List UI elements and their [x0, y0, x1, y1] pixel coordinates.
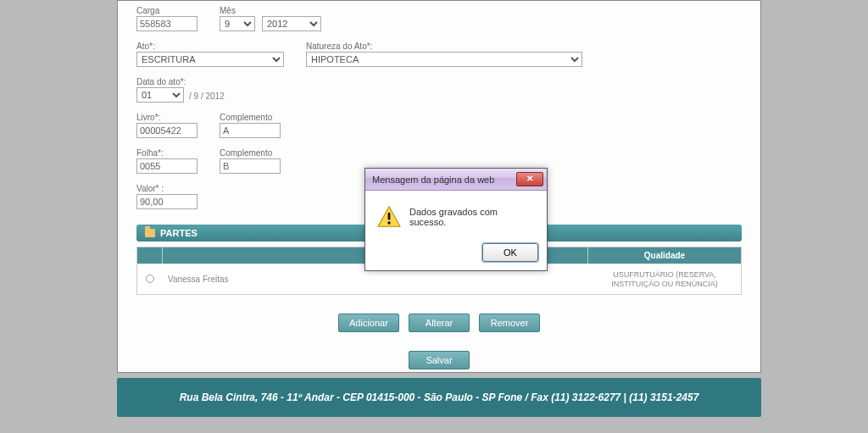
- grid-col-qualidade: Qualidade: [588, 247, 741, 264]
- input-comp-folha[interactable]: [220, 158, 281, 174]
- btn-alterar[interactable]: Alterar: [409, 314, 470, 332]
- input-valor[interactable]: [136, 194, 198, 209]
- dialog-ok-button[interactable]: OK: [482, 243, 538, 262]
- folder-icon: [145, 229, 155, 237]
- alert-dialog: Mensagem da página da web ✕ Dados gravad…: [364, 168, 548, 271]
- warning-icon: [377, 206, 401, 228]
- date-trail: / 9 / 2012: [189, 92, 225, 103]
- row-nome: Vanessa Freitas: [163, 271, 588, 287]
- dialog-close-button[interactable]: ✕: [516, 172, 543, 186]
- select-ano[interactable]: 2012: [262, 16, 321, 31]
- select-mes[interactable]: 9: [220, 16, 255, 31]
- label-folha: Folha*:: [136, 148, 198, 158]
- select-natureza[interactable]: HIPOTECA: [306, 52, 582, 67]
- row-radio[interactable]: [146, 275, 154, 283]
- btn-adicionar[interactable]: Adicionar: [338, 314, 399, 332]
- label-mes: Mês: [220, 6, 321, 15]
- label-valor: Valor* :: [136, 184, 198, 193]
- svg-rect-1: [388, 213, 391, 220]
- dialog-message: Dados gravados com sucesso.: [409, 207, 537, 227]
- row-qualidade: USUFRUTUÁRIO (RESERVA, INSTITUIÇÃO OU RE…: [588, 267, 741, 292]
- grid-col-select: [137, 247, 163, 264]
- input-folha[interactable]: [136, 158, 198, 174]
- label-comp-folha: Complemento: [220, 148, 281, 158]
- label-natureza: Natureza do Ato*:: [306, 42, 582, 51]
- input-livro[interactable]: [136, 123, 198, 138]
- dialog-title: Mensagem da página da web: [372, 175, 494, 185]
- label-carga: Carga: [136, 6, 198, 15]
- input-comp-livro[interactable]: [220, 123, 281, 138]
- page-footer: Rua Bela Cintra, 746 - 11º Andar - CEP 0…: [117, 378, 761, 417]
- btn-salvar[interactable]: Salvar: [409, 351, 470, 369]
- select-ato[interactable]: ESCRITURA: [136, 52, 284, 67]
- svg-point-2: [387, 221, 390, 224]
- label-comp-livro: Complemento: [220, 113, 281, 122]
- label-livro: Livro*:: [136, 113, 198, 122]
- btn-remover[interactable]: Remover: [479, 314, 540, 332]
- label-data-ato: Data do ato*:: [136, 77, 225, 86]
- label-ato: Ato*:: [136, 42, 284, 51]
- section-partes-title: PARTES: [160, 228, 198, 238]
- input-carga[interactable]: [136, 16, 198, 31]
- select-dia[interactable]: 01: [136, 87, 184, 103]
